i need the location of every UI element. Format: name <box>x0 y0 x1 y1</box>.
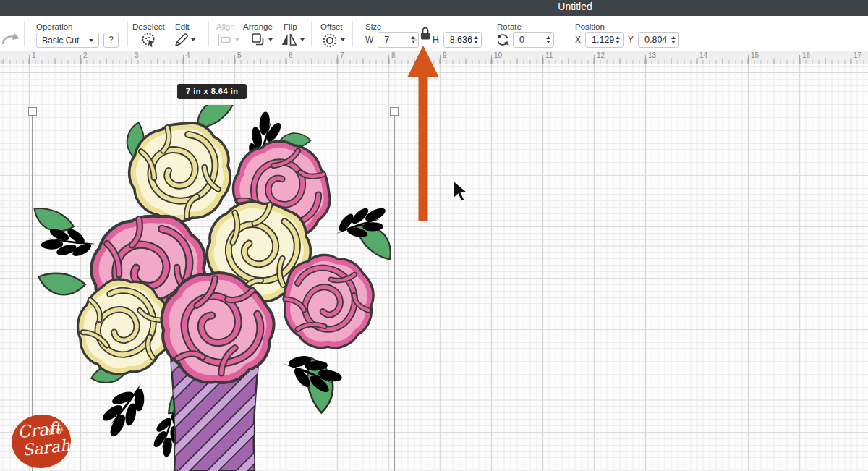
divider <box>561 21 561 46</box>
divider <box>352 21 353 46</box>
height-input[interactable]: 8.636 <box>443 32 482 48</box>
up-arrow-annotation <box>405 43 441 224</box>
arrange-label: Arrange <box>243 22 273 31</box>
height-value: 8.636 <box>450 35 472 45</box>
selection-handle-top-left[interactable] <box>28 107 37 116</box>
width-field-label: W <box>365 35 373 45</box>
spinner-icon[interactable] <box>546 36 550 43</box>
ruler-number: 17 <box>854 51 861 59</box>
ruler-number: 1 <box>32 51 36 59</box>
width-value: 7 <box>384 35 389 45</box>
divider <box>208 21 209 46</box>
divider <box>485 21 485 46</box>
deselect-icon[interactable] <box>141 32 157 48</box>
edit-pencil-icon[interactable] <box>174 33 189 47</box>
flip-icon[interactable] <box>281 33 297 46</box>
position-x-label: X <box>575 35 581 45</box>
operation-select[interactable]: Basic Cut <box>36 33 99 48</box>
design-space-window: Untitled Operation Basic Cut ? Deselect … <box>0 0 868 471</box>
ruler-number: 4 <box>186 51 190 59</box>
logo-word-sarah: Sarah <box>22 436 71 459</box>
titlebar: Untitled <box>0 0 868 16</box>
ruler-number: 16 <box>802 51 810 59</box>
spinner-icon[interactable] <box>474 36 478 43</box>
project-title: Untitled <box>558 1 592 12</box>
position-y-input[interactable]: 0.804 <box>638 32 679 48</box>
align-label: Align <box>216 22 235 31</box>
offset-menu-caret[interactable] <box>341 38 345 41</box>
divider <box>311 21 312 46</box>
divider <box>24 21 25 46</box>
selection-handle-top-right[interactable] <box>390 107 399 116</box>
operation-help-button[interactable]: ? <box>103 33 119 48</box>
arrange-menu-caret[interactable] <box>268 38 273 41</box>
redo-icon[interactable] <box>1 31 22 47</box>
ruler-number: 6 <box>289 51 293 59</box>
edit-label: Edit <box>175 22 190 31</box>
align-menu-caret <box>235 38 239 41</box>
rotate-icon[interactable] <box>495 33 510 47</box>
ruler-number: 10 <box>494 51 502 59</box>
rotate-label: Rotate <box>497 22 522 31</box>
rotate-field: 0 <box>513 32 554 48</box>
position-x-field: X 1.129 <box>575 32 624 48</box>
ruler-number: 13 <box>648 51 656 59</box>
ruler-number: 7 <box>340 51 344 59</box>
operation-label: Operation <box>36 22 73 31</box>
ruler-number: 5 <box>237 51 242 59</box>
position-y-value: 0.804 <box>644 35 667 45</box>
spinner-icon[interactable] <box>671 36 676 43</box>
rotate-input[interactable]: 0 <box>513 32 554 48</box>
ruler-number: 14 <box>699 51 707 59</box>
size-label: Size <box>365 22 381 31</box>
ruler-number: 9 <box>443 51 447 59</box>
edit-menu-caret[interactable] <box>191 38 195 41</box>
position-y-label: Y <box>628 35 634 45</box>
flip-label: Flip <box>284 22 297 31</box>
selection-size-tooltip: 7 in x 8.64 in <box>177 84 247 99</box>
cursor-pointer-icon <box>452 179 471 204</box>
position-label: Position <box>575 22 605 31</box>
offset-label: Offset <box>320 22 342 31</box>
deselect-label: Deselect <box>132 22 165 31</box>
position-y-field: Y 0.804 <box>628 32 679 48</box>
operation-value: Basic Cut <box>42 35 79 46</box>
ruler-number: 3 <box>135 51 139 59</box>
flip-menu-caret[interactable] <box>300 38 305 41</box>
position-x-value: 1.129 <box>592 35 614 45</box>
ruler-number: 2 <box>83 51 88 59</box>
align-icon <box>217 34 231 46</box>
spinner-icon[interactable] <box>616 36 620 43</box>
offset-icon[interactable] <box>323 33 339 48</box>
chevron-down-icon <box>89 39 93 42</box>
ruler-number: 12 <box>597 51 605 59</box>
rotate-value: 0 <box>519 35 524 45</box>
ruler-number: 15 <box>751 51 759 59</box>
arrange-icon[interactable] <box>251 33 265 47</box>
selection-bounding-box[interactable] <box>32 111 395 471</box>
position-x-input[interactable]: 1.129 <box>585 32 624 48</box>
divider <box>127 21 128 46</box>
ruler-number: 11 <box>545 51 553 59</box>
ruler-number: 8 <box>391 51 396 59</box>
